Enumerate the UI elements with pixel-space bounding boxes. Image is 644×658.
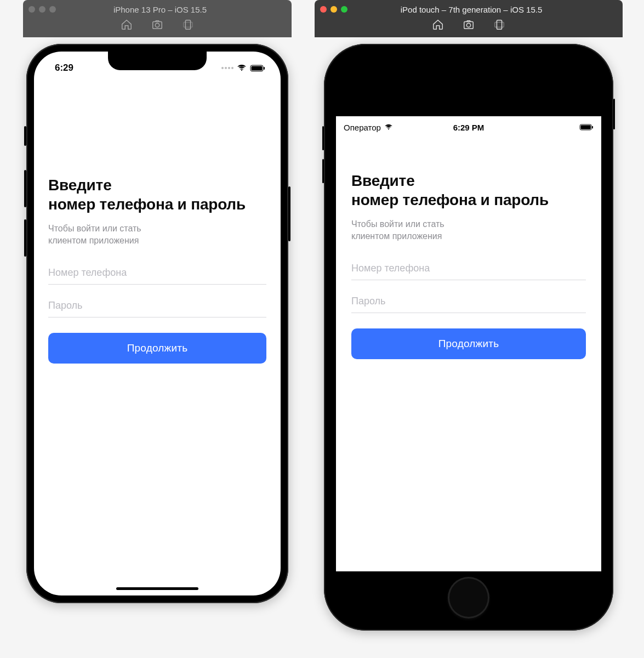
simulator-title: iPod touch – 7th generation – iOS 15.5: [326, 5, 617, 14]
status-time: 6:29 PM: [453, 123, 485, 132]
status-carrier: Оператор: [344, 123, 381, 132]
battery-icon: [579, 124, 594, 131]
phone-input[interactable]: [351, 259, 586, 280]
svg-rect-5: [252, 66, 263, 70]
login-subtitle-line2: клиентом приложения: [48, 236, 139, 245]
login-heading-line1: Введите: [351, 171, 586, 190]
password-input[interactable]: [351, 292, 586, 313]
status-bar: Оператор 6:29 PM: [336, 116, 601, 134]
login-subtitle-line1: Чтобы войти или стать: [48, 224, 141, 233]
rotate-icon[interactable]: [182, 19, 194, 31]
login-subtitle-line1: Чтобы войти или стать: [351, 219, 444, 229]
login-form: Введите номер телефона и пароль Чтобы во…: [336, 171, 601, 359]
simulator-titlebar[interactable]: iPhone 13 Pro – iOS 15.5: [23, 0, 292, 37]
login-form: Введите номер телефона и пароль Чтобы во…: [34, 175, 281, 364]
simulator-window-ipod7: iPod touch – 7th generation – iOS 15.5 О…: [315, 0, 623, 631]
password-input[interactable]: [48, 297, 266, 317]
screenshot-icon[interactable]: [463, 19, 475, 31]
svg-rect-0: [153, 22, 162, 29]
battery-icon: [250, 65, 265, 72]
device-screen: Оператор 6:29 PM Введите номер телефона …: [336, 116, 601, 571]
volume-up-button: [24, 170, 26, 207]
screenshot-icon[interactable]: [151, 19, 163, 31]
top-bezel: [336, 56, 601, 116]
device-screen: 6:29 Введите номер телефона и пароль: [34, 52, 281, 595]
cellular-dots-icon: [221, 67, 233, 69]
volume-down-button: [24, 219, 26, 257]
rotate-icon[interactable]: [493, 19, 505, 31]
continue-button[interactable]: Продолжить: [351, 328, 586, 359]
home-indicator[interactable]: [116, 587, 198, 590]
svg-rect-9: [497, 20, 501, 30]
phone-input[interactable]: [48, 264, 266, 285]
login-heading-line1: Введите: [48, 177, 112, 194]
svg-rect-6: [264, 67, 265, 70]
svg-rect-13: [592, 126, 593, 129]
status-time: 6:29: [55, 63, 73, 73]
svg-rect-7: [464, 22, 474, 29]
notch: [108, 52, 207, 70]
device-frame-ipod7: Оператор 6:29 PM Введите номер телефона …: [324, 44, 613, 631]
login-heading-line2: номер телефона и пароль: [351, 190, 586, 209]
simulator-window-iphone13pro: iPhone 13 Pro – iOS 15.5 6:29: [23, 0, 292, 603]
simulator-titlebar[interactable]: iPod touch – 7th generation – iOS 15.5: [315, 0, 623, 37]
svg-rect-10: [495, 22, 504, 27]
power-button: [613, 99, 615, 129]
device-frame-iphone13pro: 6:29 Введите номер телефона и пароль: [26, 44, 288, 603]
volume-up-button: [322, 126, 324, 150]
svg-rect-3: [184, 22, 193, 27]
power-button: [288, 186, 290, 241]
svg-rect-2: [185, 20, 190, 30]
login-heading: Введите номер телефона и пароль: [48, 175, 266, 214]
svg-point-1: [155, 23, 159, 27]
home-icon[interactable]: [432, 19, 444, 31]
mute-switch: [24, 126, 26, 146]
login-heading: Введите номер телефона и пароль: [351, 171, 586, 209]
svg-point-8: [466, 23, 470, 27]
home-button[interactable]: [448, 577, 489, 619]
volume-down-button: [322, 159, 324, 183]
wifi-icon: [384, 124, 393, 131]
login-heading-line2: номер телефона и пароль: [48, 196, 246, 213]
continue-button[interactable]: Продолжить: [48, 333, 266, 364]
svg-rect-12: [580, 125, 590, 129]
wifi-icon: [237, 64, 247, 72]
login-subtitle: Чтобы войти или стать клиентом приложени…: [48, 223, 266, 247]
login-subtitle: Чтобы войти или стать клиентом приложени…: [351, 218, 586, 243]
login-subtitle-line2: клиентом приложения: [351, 231, 442, 241]
home-icon[interactable]: [121, 19, 133, 31]
simulator-title: iPhone 13 Pro – iOS 15.5: [34, 5, 286, 14]
